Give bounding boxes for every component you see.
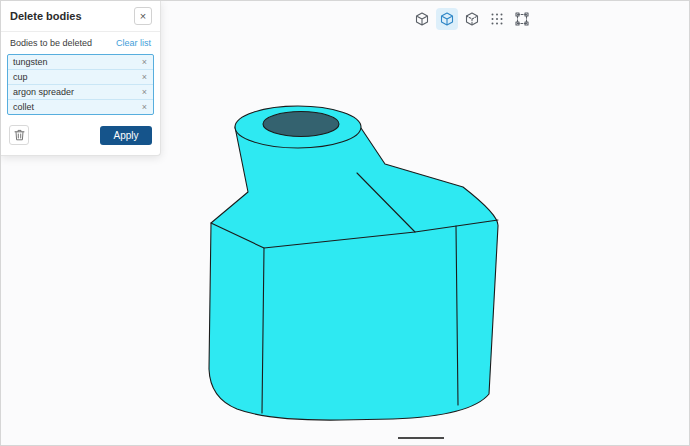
dialog-header: Delete bodies × [1,1,160,32]
model-top-hole[interactable] [263,112,339,137]
view-cube-hidden-lines-icon[interactable] [461,8,483,30]
remove-item-icon[interactable]: × [141,58,148,67]
apply-button[interactable]: Apply [100,126,152,145]
list-item[interactable]: tungsten × [8,55,153,70]
list-item[interactable]: argon spreader × [8,85,153,100]
bodies-section-row: Bodies to be deleted Clear list [1,32,160,52]
body-item-label: argon spreader [13,87,74,97]
trash-button[interactable] [9,125,29,145]
app-window: Delete bodies × Bodies to be deleted Cle… [0,0,690,446]
dialog-title: Delete bodies [10,10,82,22]
delete-bodies-dialog: Delete bodies × Bodies to be deleted Cle… [1,1,161,156]
view-cube-outline-icon[interactable] [411,8,433,30]
model-body[interactable] [209,127,498,420]
bottom-scroll-indicator[interactable] [398,437,444,439]
remove-item-icon[interactable]: × [141,88,148,97]
view-cube-shaded-icon[interactable] [436,8,458,30]
dialog-footer: Apply [1,121,160,145]
remove-item-icon[interactable]: × [141,103,148,112]
list-item[interactable]: cup × [8,70,153,85]
list-item[interactable]: collet × [8,100,153,114]
body-item-label: collet [13,102,34,112]
view-toolbar [411,8,533,30]
marquee-select-icon[interactable] [511,8,533,30]
clear-list-link[interactable]: Clear list [116,38,151,48]
dot-grid-icon[interactable] [486,8,508,30]
bodies-section-label: Bodies to be deleted [10,38,92,48]
body-item-label: cup [13,72,28,82]
trash-icon [14,129,25,141]
close-icon[interactable]: × [134,7,152,25]
bodies-list: tungsten × cup × argon spreader × collet… [7,54,154,115]
remove-item-icon[interactable]: × [141,73,148,82]
body-item-label: tungsten [13,57,48,67]
